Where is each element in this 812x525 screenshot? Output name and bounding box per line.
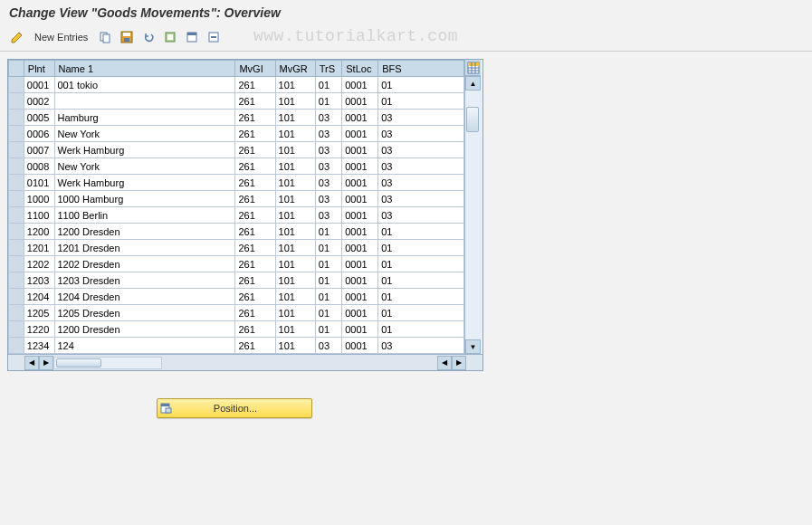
col-trs[interactable]: TrS	[315, 61, 341, 77]
col-stloc[interactable]: StLoc	[342, 61, 378, 77]
cell-bfs[interactable]: 01	[378, 272, 464, 289]
cell-bfs[interactable]: 01	[378, 256, 464, 272]
cell-trs[interactable]: 01	[315, 321, 341, 338]
cell-plnt[interactable]: 0002	[24, 93, 54, 110]
cell-bfs[interactable]: 03	[378, 175, 464, 191]
cell-stloc[interactable]: 0001	[342, 224, 378, 240]
cell-mvgr[interactable]: 101	[275, 224, 315, 240]
row-selector[interactable]	[9, 158, 24, 175]
cell-name[interactable]: New York	[54, 158, 235, 175]
table-settings-icon[interactable]	[467, 62, 480, 74]
row-selector[interactable]	[9, 321, 24, 338]
cell-stloc[interactable]: 0001	[342, 77, 378, 93]
cell-name[interactable]: 1201 Dresden	[54, 240, 235, 256]
cell-bfs[interactable]: 01	[378, 240, 464, 256]
cell-mvgi[interactable]: 261	[235, 321, 275, 338]
cell-mvgr[interactable]: 101	[275, 158, 315, 175]
undo-icon[interactable]	[140, 29, 157, 45]
cell-stloc[interactable]: 0001	[342, 207, 378, 224]
cell-mvgi[interactable]: 261	[235, 289, 275, 305]
cell-name[interactable]: 124	[54, 338, 235, 354]
cell-mvgr[interactable]: 101	[275, 77, 315, 93]
cell-trs[interactable]: 01	[315, 77, 341, 93]
cell-stloc[interactable]: 0001	[342, 240, 378, 256]
scroll-up-icon[interactable]: ▲	[465, 76, 481, 91]
cell-stloc[interactable]: 0001	[342, 338, 378, 354]
cell-mvgr[interactable]: 101	[275, 289, 315, 305]
cell-plnt[interactable]: 1201	[24, 240, 54, 256]
cell-bfs[interactable]: 01	[378, 77, 464, 93]
col-name1[interactable]: Name 1	[54, 61, 235, 77]
cell-mvgr[interactable]: 101	[275, 321, 315, 338]
position-button[interactable]: Position...	[157, 398, 312, 418]
cell-name[interactable]	[54, 93, 235, 110]
cell-mvgr[interactable]: 101	[275, 272, 315, 289]
cell-trs[interactable]: 03	[315, 191, 341, 207]
cell-mvgr[interactable]: 101	[275, 142, 315, 158]
cell-stloc[interactable]: 0001	[342, 158, 378, 175]
cell-mvgr[interactable]: 101	[275, 256, 315, 272]
cell-mvgi[interactable]: 261	[235, 158, 275, 175]
cell-plnt[interactable]: 1204	[24, 289, 54, 305]
row-selector-header[interactable]	[9, 61, 24, 77]
hscroll-track[interactable]	[53, 357, 162, 369]
cell-name[interactable]: Hamburg	[54, 110, 235, 126]
cell-plnt[interactable]: 1220	[24, 321, 54, 338]
cell-mvgr[interactable]: 101	[275, 240, 315, 256]
cell-plnt[interactable]: 1205	[24, 305, 54, 321]
cell-bfs[interactable]: 03	[378, 207, 464, 224]
row-selector[interactable]	[9, 207, 24, 224]
row-selector[interactable]	[9, 338, 24, 354]
cell-plnt[interactable]: 1200	[24, 224, 54, 240]
col-mvgr[interactable]: MvGR	[275, 61, 315, 77]
cell-trs[interactable]: 03	[315, 110, 341, 126]
select-all-icon[interactable]	[162, 29, 178, 45]
cell-bfs[interactable]: 01	[378, 93, 464, 110]
cell-trs[interactable]: 03	[315, 207, 341, 224]
hscroll-thumb[interactable]	[56, 358, 101, 368]
row-selector[interactable]	[9, 142, 24, 158]
cell-name[interactable]: 1203 Dresden	[54, 272, 235, 289]
row-selector[interactable]	[9, 289, 24, 305]
cell-name[interactable]: Werk Hamburg	[54, 175, 235, 191]
cell-stloc[interactable]: 0001	[342, 289, 378, 305]
row-selector[interactable]	[9, 240, 24, 256]
cell-plnt[interactable]: 0006	[24, 126, 54, 142]
cell-trs[interactable]: 01	[315, 224, 341, 240]
cell-mvgr[interactable]: 101	[275, 110, 315, 126]
cell-stloc[interactable]: 0001	[342, 256, 378, 272]
cell-trs[interactable]: 01	[315, 256, 341, 272]
cell-mvgi[interactable]: 261	[235, 256, 275, 272]
cell-name[interactable]: Werk Hamburg	[54, 142, 235, 158]
cell-bfs[interactable]: 01	[378, 321, 464, 338]
row-selector[interactable]	[9, 126, 24, 142]
cell-stloc[interactable]: 0001	[342, 321, 378, 338]
cell-name[interactable]: 001 tokio	[54, 77, 235, 93]
cell-trs[interactable]: 01	[315, 272, 341, 289]
cell-mvgi[interactable]: 261	[235, 126, 275, 142]
cell-name[interactable]: 1200 Dresden	[54, 321, 235, 338]
cell-trs[interactable]: 01	[315, 240, 341, 256]
cell-plnt[interactable]: 0008	[24, 158, 54, 175]
row-selector[interactable]	[9, 191, 24, 207]
cell-mvgr[interactable]: 101	[275, 305, 315, 321]
copy-icon[interactable]	[97, 29, 113, 45]
col-bfs[interactable]: BFS	[378, 61, 464, 77]
col-mvgi[interactable]: MvGI	[235, 61, 275, 77]
row-selector[interactable]	[9, 110, 24, 126]
cell-name[interactable]: 1200 Dresden	[54, 224, 235, 240]
cell-mvgr[interactable]: 101	[275, 126, 315, 142]
cell-trs[interactable]: 03	[315, 142, 341, 158]
cell-stloc[interactable]: 0001	[342, 175, 378, 191]
cell-name[interactable]: 1205 Dresden	[54, 305, 235, 321]
cell-name[interactable]: 1000 Hamburg	[54, 191, 235, 207]
cell-mvgi[interactable]: 261	[235, 77, 275, 93]
cell-trs[interactable]: 01	[315, 93, 341, 110]
horizontal-scrollbar[interactable]: ◀ ▶ ◀ ▶	[8, 354, 482, 370]
cell-plnt[interactable]: 0101	[24, 175, 54, 191]
cell-trs[interactable]: 03	[315, 158, 341, 175]
row-selector[interactable]	[9, 272, 24, 289]
cell-plnt[interactable]: 1234	[24, 338, 54, 354]
cell-bfs[interactable]: 03	[378, 110, 464, 126]
vscroll-thumb[interactable]	[466, 107, 479, 132]
